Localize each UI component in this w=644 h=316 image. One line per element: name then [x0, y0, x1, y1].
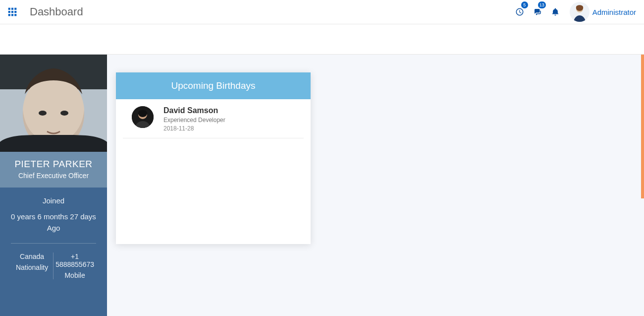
page-title: Dashboard	[30, 5, 83, 18]
nationality-cell: Canada Nationality	[11, 253, 54, 279]
mobile-label: Mobile	[55, 271, 94, 279]
birthday-date: 2018-11-28	[163, 125, 225, 132]
svg-rect-3	[8, 11, 10, 13]
svg-rect-7	[11, 14, 13, 16]
user-label[interactable]: Administrator	[592, 8, 636, 16]
svg-rect-6	[8, 14, 10, 16]
profile-name: PIETER PARKER	[3, 159, 104, 170]
svg-rect-2	[14, 8, 16, 10]
profile-info-row: Canada Nationality +1 5888855673 Mobile	[11, 243, 96, 279]
user-avatar[interactable]	[570, 2, 590, 22]
clock-badge: 5	[521, 1, 528, 8]
svg-rect-0	[8, 8, 10, 10]
birthday-avatar	[132, 106, 154, 128]
bell-icon	[551, 7, 560, 16]
profile-photo	[0, 55, 107, 152]
svg-point-14	[39, 111, 47, 116]
notifications-button[interactable]	[547, 3, 564, 20]
content-area: Upcoming Birthdays David Samson Experien…	[107, 55, 644, 316]
svg-rect-1	[11, 8, 13, 10]
apps-menu-icon[interactable]	[6, 5, 19, 18]
right-accent-bar	[641, 55, 644, 198]
clock-icon	[515, 7, 524, 16]
svg-rect-5	[14, 11, 16, 13]
chat-icon	[533, 7, 542, 16]
svg-point-15	[60, 111, 68, 116]
svg-rect-8	[14, 14, 16, 16]
joined-label: Joined	[4, 196, 103, 205]
clock-button[interactable]: 5	[511, 3, 528, 20]
svg-rect-4	[11, 11, 13, 13]
joined-duration: 0 years 6 months 27 days Ago	[4, 211, 103, 243]
nationality-value: Canada	[13, 253, 51, 260]
main: PIETER PARKER Chief Executive Officer Jo…	[0, 55, 644, 316]
top-bar: Dashboard 5 13 Administrator	[0, 0, 644, 24]
sub-header	[0, 24, 644, 55]
mobile-value: +1 5888855673	[55, 253, 94, 268]
chat-badge: 13	[538, 1, 546, 8]
birthday-name: David Samson	[163, 106, 225, 115]
nationality-label: Nationality	[13, 263, 51, 271]
profile-info: Joined 0 years 6 months 27 days Ago Cana…	[0, 188, 107, 316]
upcoming-birthdays-card: Upcoming Birthdays David Samson Experien…	[116, 72, 311, 244]
chat-button[interactable]: 13	[529, 3, 546, 20]
mobile-cell: +1 5888855673 Mobile	[54, 253, 96, 279]
birthday-item[interactable]: David Samson Experienced Developer 2018-…	[123, 99, 304, 138]
birthday-text: David Samson Experienced Developer 2018-…	[163, 106, 225, 132]
profile-name-block: PIETER PARKER Chief Executive Officer	[0, 152, 107, 188]
card-title: Upcoming Birthdays	[116, 72, 311, 99]
birthday-role: Experienced Developer	[163, 117, 225, 124]
profile-title: Chief Executive Officer	[3, 172, 104, 180]
profile-panel: PIETER PARKER Chief Executive Officer Jo…	[0, 55, 107, 316]
